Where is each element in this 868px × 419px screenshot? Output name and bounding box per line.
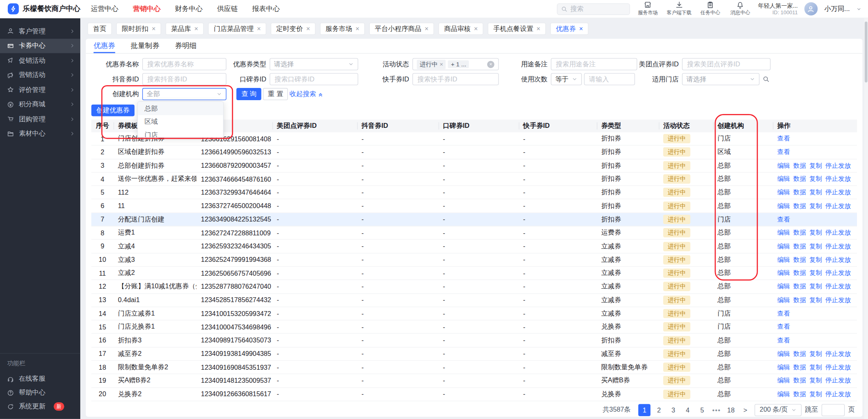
sidebar-item-7[interactable]: 团购管理 (0, 112, 80, 127)
edit-link[interactable]: 编辑 (777, 256, 790, 264)
copy-link[interactable]: 复制 (809, 283, 822, 291)
open-tab-9[interactable]: 手机点餐设置× (488, 23, 546, 35)
table-row[interactable]: 16折扣券31234098917564035073----折扣券进行中总部查看 (91, 334, 857, 347)
view-link[interactable]: 查看 (777, 134, 790, 143)
chevron-down-icon[interactable] (857, 7, 861, 11)
dropdown-option-3[interactable]: 门店 (138, 128, 223, 138)
col-header-7[interactable]: 快手券ID (519, 120, 597, 132)
stop-issue-link[interactable]: 停止发放 (825, 161, 851, 169)
topnav-item-3[interactable]: 财务中心 (175, 4, 202, 13)
edit-link[interactable]: 编辑 (777, 175, 790, 183)
stop-issue-link[interactable]: 停止发放 (825, 256, 851, 264)
sidebar-item-1[interactable]: 客户管理 (0, 24, 80, 38)
usage-note-input[interactable] (551, 58, 637, 70)
table-row[interactable]: 9立减41236259323246434305----立减券进行中总部编辑数据复… (91, 240, 857, 253)
col-header-1[interactable]: 序号 (91, 120, 113, 132)
table-row[interactable]: 8运费11236272472288811009----运费券进行中总部编辑数据复… (91, 226, 857, 240)
copy-link[interactable]: 复制 (809, 202, 822, 210)
open-tab-1[interactable]: 首页 (88, 23, 112, 35)
view-link[interactable]: 查看 (777, 323, 790, 331)
page-5[interactable]: 5 (696, 404, 708, 416)
collapse-search-link[interactable]: 收起搜索 (290, 90, 323, 99)
edit-link[interactable]: 编辑 (777, 377, 790, 385)
stop-issue-link[interactable]: 停止发放 (825, 175, 851, 183)
close-icon[interactable]: × (152, 26, 156, 32)
view-link[interactable]: 查看 (777, 148, 790, 156)
user-name[interactable]: 小万同... (824, 4, 850, 13)
sidebar-item-3[interactable]: 促销活动 (0, 53, 80, 68)
copy-link[interactable]: 复制 (809, 256, 822, 264)
table-row[interactable]: 19买A赠B券21234091481235009537----买A赠B券进行中总… (91, 374, 857, 388)
sidebar-item-5[interactable]: 评价管理 (0, 83, 80, 97)
sidebar-item-8[interactable]: 素材中心 (0, 127, 80, 141)
topnav-item-5[interactable]: 报表中心 (252, 4, 280, 13)
table-row[interactable]: 4送你一张优惠券，赶紧来领吧11236374666454876160----折扣… (91, 173, 857, 186)
close-icon[interactable]: × (194, 26, 198, 32)
data-link[interactable]: 数据 (793, 256, 806, 264)
data-link[interactable]: 数据 (793, 269, 806, 277)
scrollbar-thumb[interactable] (865, 22, 868, 83)
close-icon[interactable]: × (425, 26, 429, 32)
col-header-4[interactable]: 美团点评券ID (272, 120, 357, 132)
close-icon[interactable]: × (306, 26, 310, 32)
edit-link[interactable]: 编辑 (777, 242, 790, 250)
stop-issue-link[interactable]: 停止发放 (825, 269, 851, 277)
global-search-input[interactable] (570, 5, 621, 13)
copy-link[interactable]: 复制 (809, 390, 822, 398)
reset-button[interactable]: 重 置 (263, 88, 288, 100)
dropdown-option-1[interactable]: 总部 (138, 102, 223, 115)
topnav-item-1[interactable]: 运营中心 (91, 4, 119, 13)
next-page-button[interactable]: > (739, 404, 752, 416)
stop-issue-link[interactable]: 停止发放 (825, 242, 851, 250)
activity-status-select[interactable]: 进行中× + 1 ... × (413, 58, 499, 70)
remove-tag-icon[interactable]: × (439, 61, 443, 68)
query-button[interactable]: 查 询 (236, 88, 261, 100)
copy-link[interactable]: 复制 (809, 296, 822, 304)
open-tab-2[interactable]: 限时折扣× (116, 23, 161, 35)
data-link[interactable]: 数据 (793, 390, 806, 398)
data-link[interactable]: 数据 (793, 189, 806, 197)
copy-link[interactable]: 复制 (809, 189, 822, 197)
sidebar-item-6[interactable]: 积分商城 (0, 97, 80, 112)
edit-link[interactable]: 编辑 (777, 390, 790, 398)
app-logo[interactable]: 乐檬餐饮商户中心 (0, 3, 88, 14)
user-avatar[interactable] (804, 2, 818, 15)
kuaishou-id-input[interactable] (413, 73, 499, 85)
topnav-item-2[interactable]: 营销中心 (133, 4, 160, 13)
copy-link[interactable]: 复制 (809, 350, 822, 358)
copy-link[interactable]: 复制 (809, 229, 822, 237)
stop-issue-link[interactable]: 停止发放 (825, 189, 851, 197)
view-link[interactable]: 查看 (777, 215, 790, 224)
view-link[interactable]: 查看 (777, 336, 790, 344)
status-tag[interactable]: 进行中× (417, 59, 446, 69)
copy-link[interactable]: 复制 (809, 242, 822, 250)
data-link[interactable]: 数据 (793, 283, 806, 291)
global-search[interactable] (557, 3, 630, 15)
close-icon[interactable]: × (356, 26, 360, 32)
table-row[interactable]: 11立减21236250656757405696----立减券进行中总部编辑数据… (91, 267, 857, 280)
header-action-task[interactable]: 任务中心 (699, 1, 721, 17)
edit-link[interactable]: 编辑 (777, 283, 790, 291)
stop-issue-link[interactable]: 停止发放 (825, 229, 851, 237)
edit-link[interactable]: 编辑 (777, 161, 790, 169)
copy-link[interactable]: 复制 (809, 377, 822, 385)
stop-issue-link[interactable]: 停止发放 (825, 283, 851, 291)
clear-icon[interactable]: × (487, 61, 494, 68)
page-18[interactable]: 18 (725, 404, 737, 416)
edit-link[interactable]: 编辑 (777, 269, 790, 277)
stop-issue-link[interactable]: 停止发放 (825, 363, 851, 371)
header-action-store[interactable]: 服务市场 (637, 1, 659, 17)
data-link[interactable]: 数据 (793, 202, 806, 210)
sidebar-footer-item-3[interactable]: 系统更新新 (0, 399, 80, 413)
copy-link[interactable]: 复制 (809, 175, 822, 183)
col-header-8[interactable]: 券类型 (597, 120, 659, 132)
stop-issue-link[interactable]: 停止发放 (825, 350, 851, 358)
table-row[interactable]: 3总部创建折扣券1236608792090003457----折扣券进行中总部编… (91, 159, 857, 173)
coupon-type-select[interactable]: 请选择 (270, 58, 358, 70)
view-link[interactable]: 查看 (777, 309, 790, 318)
header-action-bell[interactable]: 消息中心 (729, 1, 751, 17)
content-tab-3[interactable]: 券明细 (175, 39, 196, 53)
meituan-id-input[interactable] (682, 58, 770, 70)
page-size-select[interactable]: 200 条/页 (755, 404, 802, 416)
content-tab-2[interactable]: 批量制券 (131, 39, 160, 53)
